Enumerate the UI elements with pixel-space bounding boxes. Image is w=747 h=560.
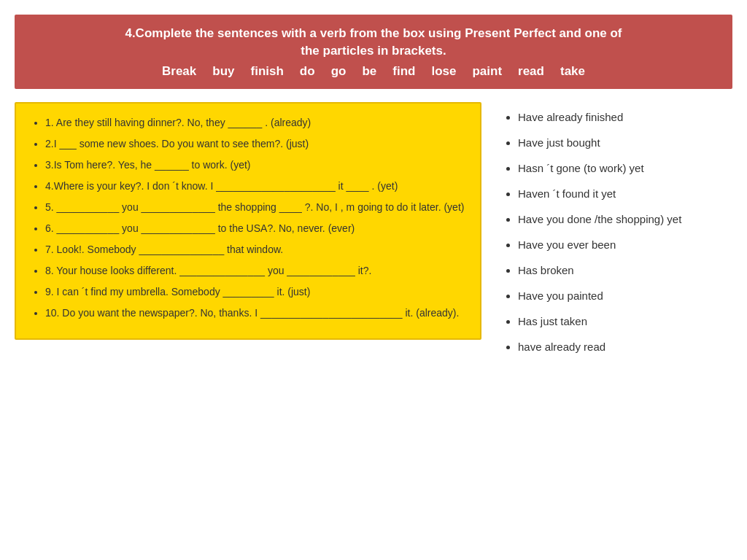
header-word: take xyxy=(560,64,585,79)
header-word: finish xyxy=(251,64,284,79)
left-panel: 1. Are they still having dinner?. No, th… xyxy=(15,102,481,340)
header-word: do xyxy=(300,64,315,79)
header-word: find xyxy=(392,64,415,79)
answer-item: Have you ever been xyxy=(518,237,732,252)
sentence-item: 3.Is Tom here?. Yes, he ______ to work. … xyxy=(45,158,465,173)
sentence-item: 6. ___________ you _____________ to the … xyxy=(45,221,465,236)
answer-item: Hasn ´t gone (to work) yet xyxy=(518,160,732,176)
sentence-item: 10. Do you want the newspaper?. No, than… xyxy=(45,306,465,321)
sentence-item: 4.Where is your key?. I don ´t know. I _… xyxy=(45,179,465,194)
header-word: Break xyxy=(162,64,196,79)
header-words: Breakbuyfinishdogobefindlosepaintreadtak… xyxy=(29,64,718,79)
header-word: lose xyxy=(431,64,456,79)
main-content: 1. Are they still having dinner?. No, th… xyxy=(15,102,732,372)
sentence-item: 9. I can ´t find my umbrella. Somebody _… xyxy=(45,284,465,300)
answer-item: Have already finished xyxy=(518,109,732,125)
header-word: buy xyxy=(212,64,234,79)
header-word: read xyxy=(518,64,544,79)
sentence-item: 7. Look!. Somebody _______________ that … xyxy=(45,242,465,257)
answer-item: Has broken xyxy=(518,262,732,278)
answer-item: Have you done /the shopping) yet xyxy=(518,211,732,227)
header-word: go xyxy=(331,64,347,79)
answer-item: Have just bought xyxy=(518,135,732,150)
sentence-item: 1. Are they still having dinner?. No, th… xyxy=(45,115,465,131)
sentence-item: 2.I ___ some new shoes. Do you want to s… xyxy=(45,136,465,152)
answer-item: Haven ´t found it yet xyxy=(518,186,732,201)
header-box: 4.Complete the sentences with a verb fro… xyxy=(15,15,732,89)
answers-list: Have already finishedHave just boughtHas… xyxy=(503,109,732,354)
sentence-item: 8. Your house looks different. _________… xyxy=(45,263,465,279)
answer-item: have already read xyxy=(518,339,732,354)
sentences-list: 1. Are they still having dinner?. No, th… xyxy=(31,115,465,321)
right-panel: Have already finishedHave just boughtHas… xyxy=(496,102,732,372)
header-word: paint xyxy=(472,64,502,79)
header-title: 4.Complete the sentences with a verb fro… xyxy=(29,25,718,60)
sentence-item: 5. ___________ you _____________ the sho… xyxy=(45,200,465,215)
answer-item: Has just taken xyxy=(518,314,732,329)
header-word: be xyxy=(362,64,376,79)
answer-item: Have you painted xyxy=(518,288,732,303)
